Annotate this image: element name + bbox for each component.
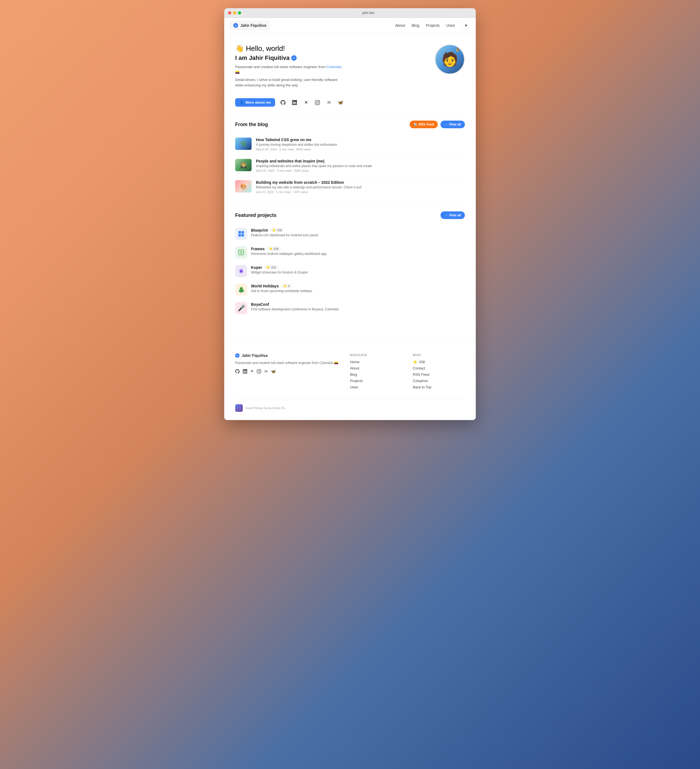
project-item-world-holidays[interactable]: 🎄 World Holidays ⭐ 4 Get to know upcomin…: [235, 280, 465, 299]
footer-brand: ● Jahir Fiquitiva: [235, 353, 339, 358]
twitter-x-icon[interactable]: ✕: [302, 98, 310, 107]
linkedin-icon[interactable]: [290, 98, 299, 107]
project-info-frames: Frames ⭐ 636 Immersive Android wallpaper…: [251, 246, 465, 256]
blog-desc-2: Inspiring individuals and online places …: [256, 164, 465, 168]
projects-section: Featured projects → View all Blueprint ⭐…: [224, 206, 476, 328]
email-icon[interactable]: ✉: [325, 98, 333, 107]
blog-post[interactable]: 🎨 Building my website from scratch – 202…: [235, 176, 465, 198]
blog-section-actions: 📡 RSS Feed → View all: [410, 121, 465, 128]
blog-section: From the blog 📡 RSS Feed → View all: [224, 115, 476, 206]
nav-blog[interactable]: Blog: [412, 23, 419, 27]
projects-viewall-button[interactable]: → View all: [441, 211, 465, 219]
window-minimize-dot[interactable]: [233, 11, 236, 14]
project-stars-frames: ⭐ 636: [267, 246, 281, 251]
social-icons-row: ✕ ✉ 🦋: [279, 98, 344, 107]
nav-projects[interactable]: Projects: [426, 23, 440, 27]
footer-misc-rss[interactable]: RSS Feed: [413, 372, 465, 376]
footer-nav-uses[interactable]: Uses: [350, 385, 402, 389]
blog-title-2: People and websites that inspire (me): [256, 159, 465, 163]
projects-section-header: Featured projects → View all: [235, 211, 465, 219]
nav-brand[interactable]: ● Jahir Fiquitiva: [230, 21, 270, 30]
more-about-me-button[interactable]: 👤 More about me: [235, 98, 275, 107]
blog-info-3: Building my website from scratch – 2022 …: [256, 180, 465, 194]
github-icon[interactable]: [279, 98, 287, 107]
bluesky-icon[interactable]: 🦋: [336, 98, 344, 107]
project-item-blueprint[interactable]: Blueprint ⭐ 758 Feature-rich dashboard f…: [235, 225, 465, 243]
footer-misc-col: MISC ⭐ 338 Contact RSS Feed Colophon Bac…: [413, 353, 465, 391]
project-info-world: World Holidays ⭐ 4 Get to know upcoming …: [251, 283, 465, 293]
footer-linkedin-icon[interactable]: [243, 369, 247, 374]
footer-nav-home[interactable]: Home: [350, 360, 402, 364]
music-icon: [235, 404, 243, 412]
svg-rect-2: [238, 234, 241, 236]
verified-badge: ✓: [291, 55, 297, 61]
footer-email-icon[interactable]: ✉: [264, 369, 268, 374]
footer-nav-blog[interactable]: Blog: [350, 372, 402, 376]
footer-instagram-icon[interactable]: [257, 369, 261, 374]
footer-bottom: Good Things Go by Linkin Pa...: [235, 399, 465, 412]
brand-name: Jahir Fiquitiva: [240, 23, 266, 27]
project-stars-blueprint: ⭐ 758: [270, 228, 284, 232]
footer-brand-col: ● Jahir Fiquitiva Passionate and creativ…: [235, 353, 339, 391]
project-info-blueprint: Blueprint ⭐ 758 Feature-rich dashboard f…: [251, 228, 465, 237]
navbar: ● Jahir Fiquitiva About Blog Projects Us…: [224, 18, 476, 33]
project-item-kuper[interactable]: Kuper ⭐ 202 Widget showcase for Kustom &…: [235, 262, 465, 280]
footer-social-links: ✕ ✉ 🦋: [235, 369, 339, 374]
footer-misc-contact[interactable]: Contact: [413, 366, 465, 370]
blog-title-3: Building my website from scratch – 2022 …: [256, 180, 465, 185]
footer-misc-stars[interactable]: ⭐ 338: [413, 360, 465, 364]
nav-uses[interactable]: Uses: [446, 23, 455, 27]
hero-name: I am Jahir Fiquitiva ✓: [235, 55, 435, 61]
project-stars-kuper: ⭐ 202: [264, 265, 278, 270]
project-info-kuper: Kuper ⭐ 202 Widget showcase for Kustom &…: [251, 265, 465, 274]
blog-desc-1: A journey turning skepticism and dislike…: [256, 143, 465, 146]
colombia-link[interactable]: Colombia: [327, 65, 341, 69]
blog-meta-2: April 25, 2023 · 3 min read · 2808 views: [256, 169, 465, 172]
instagram-icon[interactable]: [313, 98, 322, 107]
footer-grid: ● Jahir Fiquitiva Passionate and creativ…: [235, 353, 465, 391]
blog-thumb-1: 🌿: [235, 138, 251, 150]
blog-info-2: People and websites that inspire (me) In…: [256, 159, 465, 172]
projects-list: Blueprint ⭐ 758 Feature-rich dashboard f…: [235, 225, 465, 317]
project-info-boya: BoyaConf First software development conf…: [251, 302, 465, 311]
window-fullscreen-dot[interactable]: [238, 11, 241, 14]
avatar: 🧑 🎉: [435, 44, 465, 74]
hero-left: 👋 Hello, world! I am Jahir Fiquitiva ✓ P…: [235, 44, 435, 90]
project-icon-kuper: [235, 265, 247, 277]
brand-icon: ●: [233, 23, 238, 28]
avatar-figure: 🧑: [441, 51, 458, 67]
project-stars-world: ⭐ 4: [281, 283, 292, 288]
music-text: Good Things Go by Linkin Pa...: [246, 406, 287, 410]
footer-navigate-col: NAVIGATE Home About Blog Projects Uses: [350, 353, 402, 391]
blog-info-1: How Tailwind CSS grew on me A journey tu…: [256, 138, 465, 151]
project-item-boyaconf[interactable]: 🎤 BoyaConf First software development co…: [235, 299, 465, 317]
footer-misc-colophon[interactable]: Colophon: [413, 379, 465, 383]
svg-rect-0: [238, 231, 241, 233]
page-content: ● Jahir Fiquitiva About Blog Projects Us…: [224, 18, 476, 420]
project-item-frames[interactable]: Frames ⭐ 636 Immersive Android wallpaper…: [235, 243, 465, 262]
blog-post[interactable]: 🌿 How Tailwind CSS grew on me A journey …: [235, 134, 465, 155]
project-icon-blueprint: [235, 228, 247, 240]
blog-title-1: How Tailwind CSS grew on me: [256, 138, 465, 142]
theme-toggle-button[interactable]: ☀: [462, 21, 470, 30]
footer-bluesky-icon[interactable]: 🦋: [271, 369, 276, 374]
footer-twitter-icon[interactable]: ✕: [251, 369, 253, 374]
project-icon-frames: [235, 246, 247, 258]
blog-thumb-2: 🌄: [235, 159, 251, 171]
blog-post[interactable]: 🌄 People and websites that inspire (me) …: [235, 155, 465, 176]
footer-nav-about[interactable]: About: [350, 366, 402, 370]
hero-description: Passionate and creative full-stack softw…: [235, 64, 344, 88]
footer-misc-backtotop[interactable]: Back to Top: [413, 385, 465, 389]
window-close-dot[interactable]: [228, 11, 231, 14]
blog-posts-list: 🌿 How Tailwind CSS grew on me A journey …: [235, 134, 465, 198]
footer-github-icon[interactable]: [235, 369, 240, 374]
nav-about[interactable]: About: [395, 23, 405, 27]
projects-section-title: Featured projects: [235, 212, 277, 218]
blog-section-header: From the blog 📡 RSS Feed → View all: [235, 121, 465, 128]
svg-rect-5: [240, 251, 243, 254]
project-icon-boya: 🎤: [235, 302, 247, 314]
footer-nav-projects[interactable]: Projects: [350, 379, 402, 383]
footer-brand-icon: ●: [235, 353, 240, 358]
rss-feed-button[interactable]: 📡 RSS Feed: [410, 121, 438, 128]
blog-viewall-button[interactable]: → View all: [441, 121, 465, 128]
